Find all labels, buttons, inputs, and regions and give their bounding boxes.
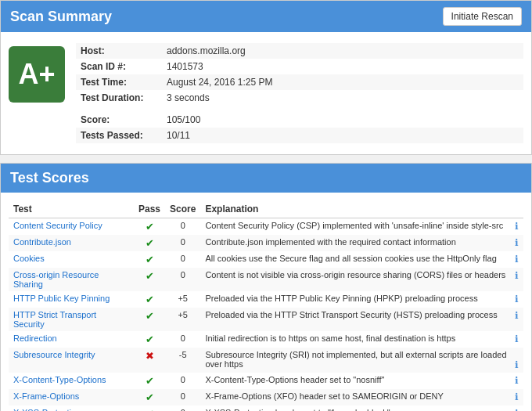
- divider-row: [76, 106, 523, 112]
- test-pass-cell: ✔: [134, 251, 165, 268]
- pass-check-icon: ✔: [146, 408, 154, 411]
- test-pass-cell: ✔: [134, 235, 165, 251]
- test-name-link[interactable]: HTTP Strict Transport Security: [13, 310, 96, 329]
- pass-check-icon: ✔: [146, 310, 154, 322]
- test-name-link[interactable]: X-XSS-Protection: [13, 408, 81, 411]
- test-name-cell: X-Frame-Options: [9, 389, 134, 406]
- test-score-cell: 0: [165, 218, 200, 236]
- test-explanation-cell: All cookies use the Secure flag and all …: [200, 251, 523, 268]
- score-row: Score:105/100: [76, 112, 523, 128]
- info-icon[interactable]: ℹ: [515, 310, 519, 321]
- test-name-cell: X-Content-Type-Options: [9, 373, 134, 389]
- scan-summary-title: Scan Summary: [10, 9, 112, 25]
- info-icon[interactable]: ℹ: [515, 359, 519, 370]
- pass-cross-icon: ✖: [146, 350, 154, 362]
- test-name-link[interactable]: X-Content-Type-Options: [13, 375, 106, 384]
- test-pass-cell: ✔: [134, 373, 165, 389]
- test-name-cell: HTTP Strict Transport Security: [9, 308, 134, 331]
- info-icon[interactable]: ℹ: [515, 333, 519, 344]
- test-pass-cell: ✔: [134, 406, 165, 411]
- info-icon[interactable]: ℹ: [515, 270, 519, 281]
- col-header-pass: Pass: [134, 200, 165, 218]
- pass-check-icon: ✔: [146, 333, 154, 345]
- test-pass-cell: ✖: [134, 348, 165, 373]
- test-name-link[interactable]: Cross-origin Resource Sharing: [13, 270, 99, 289]
- test-pass-cell: ✔: [134, 268, 165, 291]
- test-explanation-cell: Content Security Policy (CSP) implemente…: [200, 218, 523, 236]
- test-name-link[interactable]: X-Frame-Options: [13, 391, 79, 401]
- table-row: HTTP Strict Transport Security ✔ +5 Prel…: [9, 308, 523, 331]
- test-name-link[interactable]: Content Security Policy: [13, 221, 102, 230]
- test-scores-title: Test Scores: [10, 170, 89, 186]
- test-name-link[interactable]: HTTP Public Key Pinning: [13, 294, 110, 303]
- col-header-score: Score: [165, 200, 200, 218]
- info-icon[interactable]: ℹ: [515, 254, 519, 265]
- grade-box: A+: [9, 46, 65, 103]
- test-explanation-cell: Preloaded via the HTTP Strict Transport …: [200, 308, 523, 331]
- explanation-text: Subresource Integrity (SRI) not implemen…: [205, 350, 506, 369]
- info-icon[interactable]: ℹ: [515, 237, 519, 248]
- pass-check-icon: ✔: [146, 294, 154, 305]
- test-name-cell: HTTP Public Key Pinning: [9, 291, 134, 308]
- initiate-rescan-button[interactable]: Initiate Rescan: [443, 7, 522, 26]
- table-row: Contribute.json ✔ 0 Contribute.json impl…: [9, 235, 523, 251]
- info-label: Host:: [76, 43, 162, 59]
- info-label: Test Time:: [76, 74, 162, 90]
- scan-summary-section: Scan Summary Initiate Rescan A+ Host:add…: [0, 0, 532, 155]
- test-name-link[interactable]: Contribute.json: [13, 237, 71, 247]
- pass-check-icon: ✔: [146, 375, 154, 387]
- explanation-text: Content is not visible via cross-origin …: [205, 270, 505, 279]
- test-name-link[interactable]: Subresource Integrity: [13, 350, 95, 359]
- test-table-header-row: Test Pass Score Explanation: [9, 200, 523, 218]
- test-table: Test Pass Score Explanation Content Secu…: [9, 200, 523, 411]
- pass-check-icon: ✔: [146, 254, 154, 265]
- info-icon[interactable]: ℹ: [515, 375, 519, 386]
- test-pass-cell: ✔: [134, 331, 165, 348]
- test-scores-header: Test Scores: [1, 164, 531, 193]
- explanation-text: Content Security Policy (CSP) implemente…: [205, 221, 503, 230]
- info-row: Host:addons.mozilla.org: [76, 43, 523, 59]
- test-name-link[interactable]: Cookies: [13, 254, 45, 263]
- pass-check-icon: ✔: [146, 237, 154, 249]
- info-value: 1401573: [162, 59, 523, 74]
- test-name-cell: Content Security Policy: [9, 218, 134, 236]
- info-table: Host:addons.mozilla.orgScan ID #:1401573…: [76, 43, 523, 143]
- test-pass-cell: ✔: [134, 389, 165, 406]
- test-score-cell: 0: [165, 406, 200, 411]
- test-name-cell: Cross-origin Resource Sharing: [9, 268, 134, 291]
- table-row: Subresource Integrity ✖ -5 Subresource I…: [9, 348, 523, 373]
- test-explanation-cell: Initial redirection is to https on same …: [200, 331, 523, 348]
- explanation-text: Contribute.json implemented with the req…: [205, 237, 455, 247]
- table-row: X-XSS-Protection ✔ 0 X-XSS-Protection he…: [9, 406, 523, 411]
- test-score-cell: 0: [165, 251, 200, 268]
- info-row: Scan ID #:1401573: [76, 59, 523, 74]
- test-pass-cell: ✔: [134, 218, 165, 236]
- test-name-cell: Subresource Integrity: [9, 348, 134, 373]
- info-icon[interactable]: ℹ: [515, 221, 519, 232]
- info-icon[interactable]: ℹ: [515, 391, 519, 402]
- score-value: 105/100: [162, 112, 523, 128]
- score-label: Score:: [76, 112, 162, 128]
- scan-summary-header: Scan Summary Initiate Rescan: [1, 1, 531, 32]
- info-icon[interactable]: ℹ: [515, 294, 519, 305]
- pass-check-icon: ✔: [146, 270, 154, 282]
- explanation-text: All cookies use the Secure flag and all …: [205, 254, 496, 263]
- test-name-link[interactable]: Redirection: [13, 333, 57, 343]
- explanation-text: X-Content-Type-Options header set to "no…: [205, 375, 384, 384]
- table-row: Cross-origin Resource Sharing ✔ 0 Conten…: [9, 268, 523, 291]
- info-row: Test Time:August 24, 2016 1:25 PM: [76, 74, 523, 90]
- table-row: Content Security Policy ✔ 0 Content Secu…: [9, 218, 523, 236]
- test-score-cell: +5: [165, 308, 200, 331]
- test-score-cell: 0: [165, 373, 200, 389]
- test-name-cell: Cookies: [9, 251, 134, 268]
- explanation-text: Preloaded via the HTTP Strict Transport …: [205, 310, 497, 319]
- explanation-text: X-XSS-Protection header set to "1; mode=…: [205, 408, 390, 411]
- tests-passed-label: Tests Passed:: [76, 128, 162, 143]
- explanation-text: X-Frame-Options (XFO) header set to SAME…: [205, 391, 443, 401]
- table-row: Redirection ✔ 0 Initial redirection is t…: [9, 331, 523, 348]
- test-name-cell: Redirection: [9, 331, 134, 348]
- test-explanation-cell: Preloaded via the HTTP Public Key Pinnin…: [200, 291, 523, 308]
- info-value: August 24, 2016 1:25 PM: [162, 74, 523, 90]
- test-score-cell: 0: [165, 331, 200, 348]
- info-icon[interactable]: ℹ: [515, 408, 519, 411]
